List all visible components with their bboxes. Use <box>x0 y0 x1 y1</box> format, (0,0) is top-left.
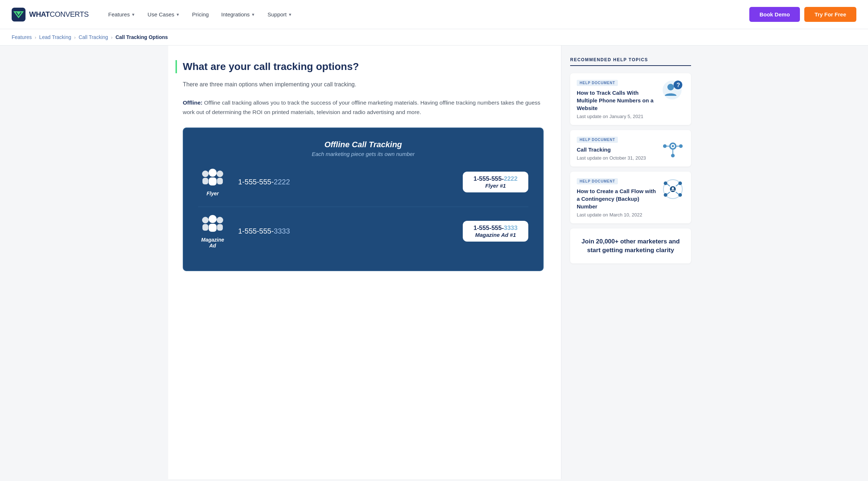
svg-line-38 <box>676 192 679 194</box>
person-question-icon: ? <box>661 79 684 102</box>
header-actions: Book Demo Try For Free <box>749 7 856 22</box>
magazine-icon-group: Magazine Ad <box>198 214 227 249</box>
help-card-title-2: Call Tracking <box>577 146 656 153</box>
svg-rect-6 <box>209 177 217 185</box>
svg-point-3 <box>202 171 209 177</box>
svg-point-13 <box>217 217 223 223</box>
flyer-phone-number: 1-555-555-2222 <box>238 178 452 186</box>
infographic-title: Offline Call Tracking <box>198 140 528 149</box>
help-card-content-2: HELP DOCUMENT Call Tracking Last update … <box>577 136 656 161</box>
svg-point-16 <box>667 84 674 90</box>
offline-description: Offline: Offline call tracking allows yo… <box>183 98 544 117</box>
person-network-icon <box>661 136 684 159</box>
help-card-content-3: HELP DOCUMENT How to Create a Call Flow … <box>577 177 656 218</box>
help-card-date-1: Last update on January 5, 2021 <box>577 114 656 119</box>
help-card-multiple-numbers[interactable]: HELP DOCUMENT How to Track Calls With Mu… <box>570 73 691 125</box>
svg-rect-14 <box>217 224 223 231</box>
breadcrumb-separator: › <box>35 35 36 40</box>
infographic-row-flyer: Flyer 1-555-555-2222 1-555-555-2222 Flye… <box>198 168 528 196</box>
chevron-down-icon: ▼ <box>251 12 255 17</box>
svg-rect-10 <box>202 224 208 231</box>
help-card-date-3: Last update on March 10, 2022 <box>577 212 656 218</box>
breadcrumb-call-tracking[interactable]: Call Tracking <box>79 34 108 40</box>
book-demo-button[interactable]: Book Demo <box>749 7 800 22</box>
nav-integrations[interactable]: Integrations ▼ <box>216 8 260 20</box>
cta-box: Join 20,000+ other marketers and start g… <box>570 228 691 263</box>
cta-box-title: Join 20,000+ other marketers and start g… <box>578 237 683 255</box>
magazine-phone-number: 1-555-555-3333 <box>238 227 452 235</box>
breadcrumb-lead-tracking[interactable]: Lead Tracking <box>39 34 71 40</box>
svg-point-30 <box>672 187 674 189</box>
flyer-label: Flyer <box>206 191 218 196</box>
chevron-down-icon: ▼ <box>131 12 135 17</box>
svg-point-24 <box>671 154 675 157</box>
help-badge-2: HELP DOCUMENT <box>577 137 618 143</box>
breadcrumb-separator: › <box>74 35 76 40</box>
svg-point-33 <box>664 193 667 197</box>
nav-support[interactable]: Support ▼ <box>263 8 297 20</box>
logo[interactable]: WHATCONVERTS <box>12 8 88 21</box>
breadcrumb-current-page: Call Tracking Options <box>115 34 168 40</box>
people-icon-magazine <box>200 214 226 235</box>
sidebar: RECOMMENDED HELP TOPICS HELP DOCUMENT Ho… <box>561 46 700 479</box>
infographic-row-magazine: Magazine Ad 1-555-555-3333 1-555-555-333… <box>198 214 528 249</box>
svg-rect-8 <box>217 178 223 184</box>
main-nav: Features ▼ Use Cases ▼ Pricing Integrati… <box>103 8 749 20</box>
help-card-title-3: How to Create a Call Flow with a Conting… <box>577 187 656 210</box>
svg-rect-12 <box>209 224 217 232</box>
infographic-subtitle: Each marketing piece gets its own number <box>198 151 528 157</box>
svg-point-32 <box>678 181 682 185</box>
magazine-phone-box: 1-555-555-3333 Magazine Ad #1 <box>463 221 528 242</box>
svg-point-7 <box>217 171 223 177</box>
offline-call-tracking-infographic: Offline Call Tracking Each marketing pie… <box>183 128 544 271</box>
svg-point-21 <box>672 145 674 147</box>
main-content: What are your call tracking options? The… <box>168 46 561 479</box>
nav-pricing[interactable]: Pricing <box>187 8 214 20</box>
breadcrumb: Features › Lead Tracking › Call Tracking… <box>0 29 868 46</box>
svg-point-31 <box>664 181 667 185</box>
flyer-box-label: Flyer #1 <box>470 183 521 189</box>
help-card-date-2: Last update on October 31, 2023 <box>577 155 656 161</box>
flyer-box-number: 1-555-555-2222 <box>470 175 521 183</box>
magazine-box-label: Magazine Ad #1 <box>470 232 521 238</box>
svg-line-36 <box>676 184 679 186</box>
help-badge-3: HELP DOCUMENT <box>577 178 618 184</box>
help-card-call-flow[interactable]: HELP DOCUMENT How to Create a Call Flow … <box>570 172 691 223</box>
magazine-label: Magazine Ad <box>198 237 227 249</box>
nav-features[interactable]: Features ▼ <box>103 8 140 20</box>
help-card-content-1: HELP DOCUMENT How to Track Calls With Mu… <box>577 79 656 119</box>
people-icon-flyer <box>200 168 226 188</box>
help-card-call-tracking[interactable]: HELP DOCUMENT Call Tracking Last update … <box>570 130 691 167</box>
chevron-down-icon: ▼ <box>288 12 292 17</box>
flyer-phone-box: 1-555-555-2222 Flyer #1 <box>463 172 528 192</box>
svg-point-11 <box>209 215 217 223</box>
page-title: What are your call tracking options? <box>175 60 544 73</box>
logo-icon <box>12 8 25 21</box>
svg-text:?: ? <box>676 82 680 88</box>
svg-rect-4 <box>202 178 208 184</box>
help-badge-1: HELP DOCUMENT <box>577 80 618 86</box>
svg-point-23 <box>679 144 683 148</box>
logo-text: WHATCONVERTS <box>29 10 88 19</box>
try-free-button[interactable]: Try For Free <box>804 7 856 22</box>
infographic-divider <box>198 207 528 207</box>
svg-line-35 <box>667 184 670 186</box>
nav-use-cases[interactable]: Use Cases ▼ <box>142 8 185 20</box>
svg-line-37 <box>667 192 670 194</box>
chevron-down-icon: ▼ <box>176 12 180 17</box>
svg-point-34 <box>678 193 682 197</box>
offline-label: Offline: <box>183 99 202 106</box>
person-circle-network-icon <box>661 177 684 201</box>
help-card-title-1: How to Track Calls With Multiple Phone N… <box>577 89 656 112</box>
magazine-box-number: 1-555-555-3333 <box>470 224 521 232</box>
sidebar-section-title: RECOMMENDED HELP TOPICS <box>570 57 691 66</box>
breadcrumb-features[interactable]: Features <box>12 34 32 40</box>
svg-point-5 <box>209 169 217 177</box>
page-body: What are your call tracking options? The… <box>168 46 700 479</box>
svg-point-9 <box>202 217 209 223</box>
breadcrumb-separator: › <box>111 35 113 40</box>
site-header: WHATCONVERTS Features ▼ Use Cases ▼ Pric… <box>0 0 868 29</box>
flyer-icon-group: Flyer <box>198 168 227 196</box>
svg-point-22 <box>663 144 667 148</box>
intro-text: There are three main options when implem… <box>183 80 544 89</box>
